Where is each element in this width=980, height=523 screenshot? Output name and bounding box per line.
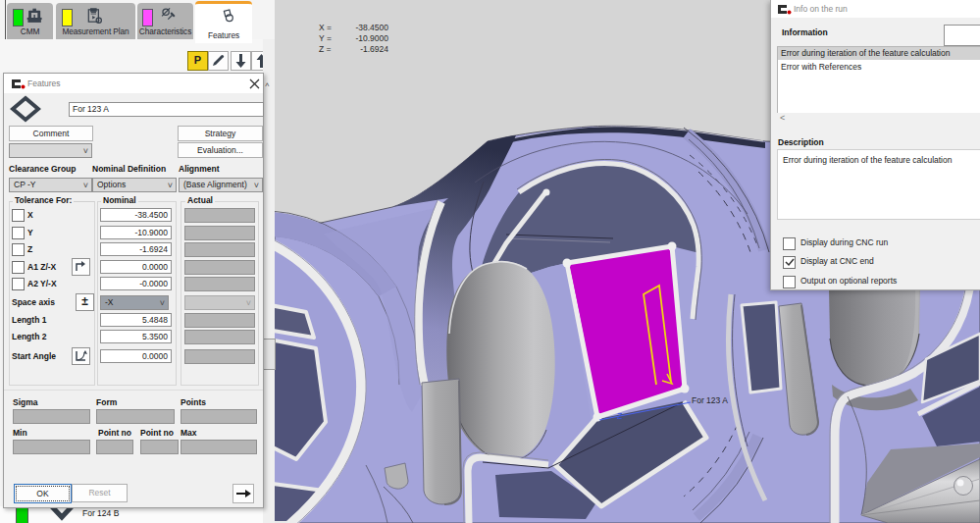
svg-text:-1.6924: -1.6924	[360, 44, 388, 54]
svg-text:Z: Z	[617, 411, 622, 421]
svg-text:X =: X =	[319, 23, 332, 32]
svg-text:For 123 A: For 123 A	[692, 395, 728, 405]
svg-text:Z =: Z =	[319, 44, 332, 54]
svg-text:Y =: Y =	[319, 33, 332, 43]
svg-text:-38.4500: -38.4500	[355, 23, 388, 32]
svg-text:-10.9000: -10.9000	[355, 33, 388, 43]
